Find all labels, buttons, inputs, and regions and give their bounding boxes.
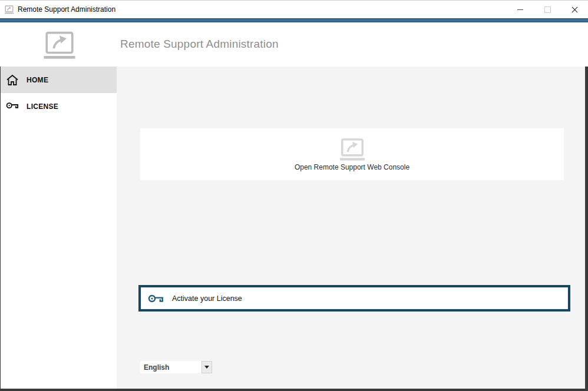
window-controls	[507, 1, 588, 18]
close-icon	[572, 6, 578, 13]
laptop-share-icon	[339, 138, 366, 160]
sidebar-item-label: LICENSE	[27, 102, 58, 111]
language-dropdown[interactable]: English	[140, 361, 212, 373]
language-value: English	[140, 361, 201, 373]
activate-license-button[interactable]: Activate your License	[138, 285, 570, 312]
header: Remote Support Administration	[0, 22, 588, 67]
main-content: Open Remote Support Web Console Activate…	[117, 67, 588, 391]
window-frame-right	[585, 67, 588, 391]
open-web-console-label: Open Remote Support Web Console	[295, 163, 409, 171]
open-web-console-button[interactable]: Open Remote Support Web Console	[140, 128, 564, 180]
home-icon	[6, 74, 19, 86]
body: HOME LICENSE	[0, 67, 588, 391]
key-icon	[148, 293, 164, 304]
sidebar-item-license[interactable]: LICENSE	[0, 93, 117, 120]
window-frame-bottom	[0, 389, 588, 391]
sidebar-item-home[interactable]: HOME	[0, 67, 117, 93]
window-frame-left	[0, 67, 1, 391]
titlebar: Remote Support Administration	[0, 1, 588, 18]
page-title: Remote Support Administration	[120, 38, 279, 51]
minimize-icon	[517, 9, 523, 10]
maximize-button[interactable]	[534, 1, 561, 18]
app-window: Remote Support Administration Remote Sup…	[0, 0, 588, 391]
sidebar: HOME LICENSE	[0, 67, 117, 391]
dropdown-arrow-button[interactable]	[201, 361, 212, 373]
maximize-icon	[544, 6, 551, 13]
laptop-share-icon	[42, 31, 77, 59]
minimize-button[interactable]	[507, 1, 534, 18]
window-title: Remote Support Administration	[18, 5, 115, 14]
close-button[interactable]	[561, 1, 588, 18]
activate-license-label: Activate your License	[172, 294, 242, 303]
accent-bar	[0, 18, 588, 22]
laptop-share-icon	[4, 5, 14, 14]
key-icon	[6, 101, 19, 112]
chevron-down-icon	[204, 366, 209, 369]
sidebar-item-label: HOME	[27, 76, 48, 84]
